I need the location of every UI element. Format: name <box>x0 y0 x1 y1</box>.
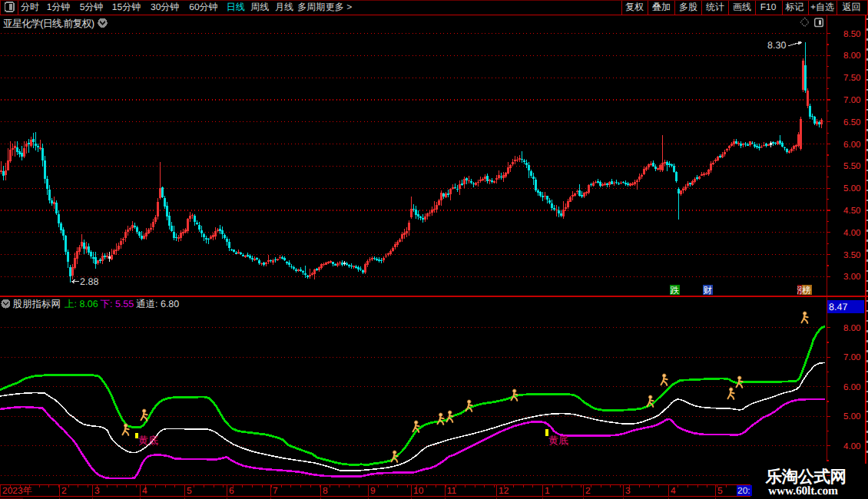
svg-text:60分钟: 60分钟 <box>189 2 217 12</box>
svg-text:11: 11 <box>447 485 457 496</box>
svg-text:5.00: 5.00 <box>843 184 860 193</box>
svg-text:2: 2 <box>61 485 67 496</box>
svg-text:月线: 月线 <box>275 2 293 12</box>
svg-text:3.50: 3.50 <box>843 251 860 260</box>
svg-text:8.30: 8.30 <box>767 40 786 51</box>
svg-text:2: 2 <box>585 485 591 496</box>
svg-text:乐淘公式网: 乐淘公式网 <box>765 468 847 486</box>
svg-text:12: 12 <box>499 485 509 496</box>
svg-text:6: 6 <box>229 485 234 496</box>
svg-text:7.50: 7.50 <box>843 74 860 83</box>
svg-text:通道: 6.80: 通道: 6.80 <box>136 299 179 309</box>
svg-text:F10: F10 <box>760 2 777 12</box>
svg-text:9: 9 <box>370 485 376 496</box>
svg-text:4.00: 4.00 <box>843 229 860 238</box>
svg-text:标记: 标记 <box>785 2 804 12</box>
svg-text:5.50: 5.50 <box>843 162 860 171</box>
svg-text:8: 8 <box>323 485 328 496</box>
svg-text:5.00: 5.00 <box>843 412 860 421</box>
svg-text:7: 7 <box>273 485 278 496</box>
svg-text:黄底: 黄底 <box>548 435 568 446</box>
svg-text:复权: 复权 <box>625 2 644 12</box>
svg-text:统计: 统计 <box>706 2 724 12</box>
svg-text:7.00: 7.00 <box>843 96 860 105</box>
svg-text:亚星化学(日线.前复权): 亚星化学(日线.前复权) <box>3 18 94 29</box>
svg-text:www.60lt.com: www.60lt.com <box>768 484 838 497</box>
svg-text:3.00: 3.00 <box>843 273 860 282</box>
svg-text:黄底: 黄底 <box>138 435 158 446</box>
svg-text:5: 5 <box>187 485 192 496</box>
svg-text:财: 财 <box>703 286 712 296</box>
svg-text:返回: 返回 <box>843 2 861 12</box>
svg-text:5: 5 <box>717 485 723 496</box>
svg-text:6.00: 6.00 <box>843 140 860 150</box>
svg-text:叠加: 叠加 <box>652 2 671 12</box>
svg-text:8.50: 8.50 <box>843 30 860 39</box>
svg-text:2023年: 2023年 <box>2 485 32 496</box>
svg-text:股朋指标网: 股朋指标网 <box>13 299 61 309</box>
svg-text:4: 4 <box>671 485 676 496</box>
svg-text:20:: 20: <box>737 485 750 496</box>
svg-text:4: 4 <box>142 485 147 496</box>
svg-text:榜: 榜 <box>802 286 811 296</box>
svg-text:6.50: 6.50 <box>843 118 860 127</box>
svg-text:2.88: 2.88 <box>80 276 98 287</box>
svg-text:画线: 画线 <box>733 2 751 12</box>
svg-text:7.00: 7.00 <box>843 353 860 362</box>
svg-text:周线: 周线 <box>250 2 269 12</box>
svg-text:+自选: +自选 <box>810 2 834 12</box>
svg-text:3: 3 <box>94 485 100 496</box>
svg-text:15分钟: 15分钟 <box>112 2 141 12</box>
svg-text:多周期: 多周期 <box>297 2 325 12</box>
svg-text:4.00: 4.00 <box>843 442 860 451</box>
svg-text:30分钟: 30分钟 <box>151 2 179 12</box>
svg-text:更多 >: 更多 > <box>326 2 352 12</box>
svg-text:下: 5.55: 下: 5.55 <box>101 299 134 309</box>
svg-text:跌: 跌 <box>670 286 679 296</box>
svg-text:8.00: 8.00 <box>843 51 860 61</box>
svg-text:1分钟: 1分钟 <box>47 2 71 12</box>
svg-text:分时: 分时 <box>21 2 39 12</box>
svg-text:上: 8.06: 上: 8.06 <box>65 299 98 309</box>
svg-text:8.47: 8.47 <box>829 302 847 312</box>
svg-text:8.00: 8.00 <box>843 324 860 333</box>
svg-text:多股: 多股 <box>679 2 697 12</box>
svg-text:日线: 日线 <box>227 2 245 12</box>
svg-text:10: 10 <box>413 485 424 496</box>
svg-text:1: 1 <box>545 485 550 496</box>
svg-text:5分钟: 5分钟 <box>80 2 104 12</box>
svg-text:3: 3 <box>625 485 631 496</box>
svg-text:6.00: 6.00 <box>843 383 860 392</box>
svg-text:4.50: 4.50 <box>843 207 860 216</box>
